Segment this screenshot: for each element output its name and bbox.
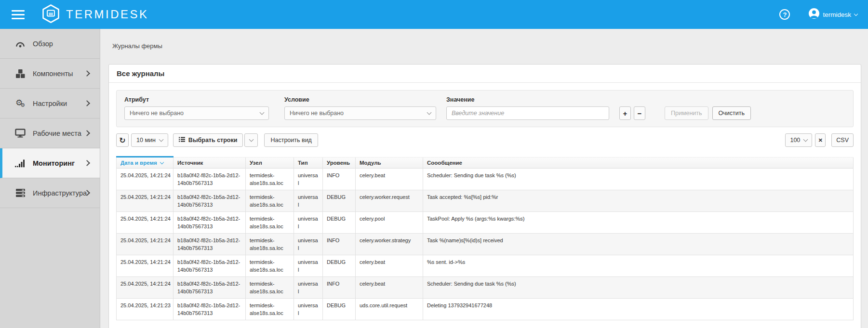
- cell-node: termidesk-alse18s.sa.loc: [246, 234, 294, 255]
- cell-message: Task accepted: %s[%s] pid:%r: [423, 190, 854, 212]
- cell-datetime: 25.04.2025, 14:21:23: [117, 299, 174, 320]
- log-row: 25.04.2025, 14:21:24 b18a0f42-f82c-1b5a-…: [117, 169, 854, 190]
- column-label: Дата и время: [120, 160, 157, 166]
- sidebar-item-monitoring[interactable]: Мониторинг: [0, 148, 100, 178]
- chevron-right-icon: [84, 130, 90, 136]
- cell-module: celery.beat: [356, 169, 423, 190]
- column-header-type[interactable]: Тип: [294, 157, 323, 169]
- sort-desc-icon: [160, 160, 163, 164]
- brand-logo[interactable]: TERMIDESK: [42, 4, 149, 26]
- cell-message: Scheduler: Sending due task %s (%s): [423, 169, 854, 190]
- csv-export-button[interactable]: CSV: [831, 133, 854, 147]
- log-row: 25.04.2025, 14:21:24 b18a0f42-f82c-1b5a-…: [117, 212, 854, 234]
- cell-message: Scheduler: Sending due task %s (%s): [423, 277, 854, 299]
- chevron-down-icon: [427, 110, 432, 115]
- toolbar-right: 100 ✕ CSV: [785, 133, 854, 147]
- sidebar: Обзор Компоненты ⚙⚙ Настройки: [0, 29, 100, 328]
- table-toolbar: ↻ 10 мин: [116, 133, 854, 147]
- cell-module: celery.beat: [356, 277, 423, 299]
- cubes-icon: [14, 69, 26, 79]
- column-header-module[interactable]: Модуль: [356, 157, 423, 169]
- cell-module: celery.worker.strategy: [356, 234, 423, 255]
- user-menu[interactable]: termidesk: [808, 8, 857, 21]
- cell-datetime: 25.04.2025, 14:21:24: [117, 277, 174, 299]
- sidebar-item-infrastructure[interactable]: Инфраструктура: [0, 178, 100, 208]
- sidebar-item-label: Обзор: [33, 40, 53, 48]
- condition-label: Условие: [284, 96, 436, 103]
- value-input[interactable]: [446, 106, 609, 120]
- chevron-down-icon: [854, 12, 858, 16]
- reset-page-size-button[interactable]: ✕: [815, 133, 826, 147]
- app-window: TERMIDESK ? termidesk: [0, 0, 868, 328]
- cell-source: b18a0f42-f82c-1b5a-2d12-14b0b7567313: [174, 277, 246, 299]
- clear-button[interactable]: Очистить: [712, 106, 751, 120]
- cell-level: INFO: [323, 277, 356, 299]
- log-row: 25.04.2025, 14:21:23 b18a0f42-f82c-1b5a-…: [117, 299, 854, 320]
- cell-module: celery.pool: [356, 212, 423, 234]
- column-header-source[interactable]: Источник: [174, 157, 246, 169]
- topbar: TERMIDESK ? termidesk: [0, 0, 868, 29]
- filter-condition-group: Условие Ничего не выбрано: [284, 96, 436, 120]
- hamburger-menu-icon[interactable]: [12, 8, 25, 22]
- cell-node: termidesk-alse18s.sa.loc: [246, 255, 294, 277]
- cell-node: termidesk-alse18s.sa.loc: [246, 190, 294, 212]
- select-rows-label: Выбрать строки: [188, 137, 238, 144]
- attribute-select-value: Ничего не выбрано: [130, 110, 184, 117]
- cell-type: universal: [294, 212, 323, 234]
- cell-node: termidesk-alse18s.sa.loc: [246, 169, 294, 190]
- log-table-body: 25.04.2025, 14:21:24 b18a0f42-f82c-1b5a-…: [117, 169, 854, 320]
- cell-source: b18a0f42-f82c-1b5a-2d12-14b0b7567313: [174, 169, 246, 190]
- help-icon[interactable]: ?: [779, 9, 790, 20]
- condition-select[interactable]: Ничего не выбрано: [284, 106, 436, 120]
- cell-message: Task %(name)s[%(id)s] received: [423, 234, 854, 255]
- column-header-datetime[interactable]: Дата и время: [117, 157, 174, 169]
- column-header-level[interactable]: Уровень: [323, 157, 356, 169]
- chevron-down-icon: [249, 137, 254, 142]
- refresh-button[interactable]: ↻: [116, 133, 129, 147]
- sidebar-item-label: Мониторинг: [33, 159, 75, 167]
- cell-datetime: 25.04.2025, 14:21:24: [117, 169, 174, 190]
- chevron-right-icon: [84, 70, 90, 77]
- cell-datetime: 25.04.2025, 14:21:24: [117, 255, 174, 277]
- chevron-down-icon: [260, 110, 265, 115]
- cell-source: b18a0f42-f82c-1b5a-2d12-14b0b7567313: [174, 190, 246, 212]
- cell-type: universal: [294, 255, 323, 277]
- sidebar-item-workplaces[interactable]: Рабочие места: [0, 118, 100, 148]
- log-row: 25.04.2025, 14:21:24 b18a0f42-f82c-1b5a-…: [117, 277, 854, 299]
- plus-icon: +: [623, 109, 628, 118]
- server-icon: [14, 188, 26, 197]
- list-icon: [179, 137, 188, 144]
- sidebar-item-label: Настройки: [33, 100, 67, 107]
- cell-level: DEBUG: [323, 190, 356, 212]
- refresh-icon: ↻: [119, 136, 125, 145]
- column-header-message[interactable]: Соообщение: [423, 157, 854, 169]
- cell-source: b18a0f42-f82c-1b5a-2d12-14b0b7567313: [174, 234, 246, 255]
- cell-message: %s sent. id->%s: [423, 255, 854, 277]
- page-size-value: 100: [790, 137, 800, 144]
- configure-view-button[interactable]: Настроить вид: [264, 133, 318, 147]
- remove-filter-button[interactable]: −: [634, 106, 645, 120]
- user-name: termidesk: [823, 11, 851, 18]
- logs-table: Дата и время Источник Узел Тип Уровень М…: [116, 156, 854, 320]
- cell-module: celery.worker.request: [356, 190, 423, 212]
- cell-module: celery.beat: [356, 255, 423, 277]
- sidebar-item-components[interactable]: Компоненты: [0, 59, 100, 89]
- column-header-node[interactable]: Узел: [246, 157, 294, 169]
- page-size-dropdown[interactable]: 100: [785, 133, 812, 147]
- cell-source: b18a0f42-f82c-1b5a-2d12-14b0b7567313: [174, 212, 246, 234]
- breadcrumb: Журналы фермы: [112, 42, 861, 50]
- select-rows-button[interactable]: Выбрать строки: [173, 133, 243, 147]
- cell-node: termidesk-alse18s.sa.loc: [246, 299, 294, 320]
- cell-level: DEBUG: [323, 255, 356, 277]
- apply-button[interactable]: Применить: [665, 106, 708, 120]
- select-rows-dropdown-toggle[interactable]: [244, 133, 258, 147]
- cell-message: Deleting 137932941677248: [423, 299, 854, 320]
- chevron-right-icon: [84, 160, 90, 166]
- sidebar-item-settings[interactable]: ⚙⚙ Настройки: [0, 89, 100, 118]
- add-filter-button[interactable]: +: [619, 106, 631, 120]
- sidebar-item-overview[interactable]: Обзор: [0, 29, 100, 59]
- desktop-icon: [14, 129, 26, 138]
- condition-select-value: Ничего не выбрано: [290, 110, 344, 117]
- attribute-select[interactable]: Ничего не выбрано: [124, 106, 269, 120]
- interval-dropdown[interactable]: 10 мин: [131, 133, 168, 147]
